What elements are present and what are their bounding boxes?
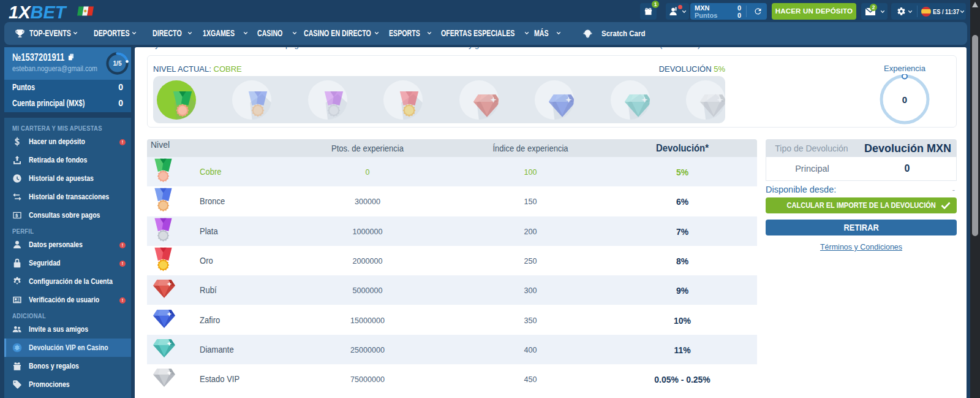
svg-text:1/5: 1/5: [113, 60, 122, 67]
svg-text:0: 0: [902, 94, 907, 105]
